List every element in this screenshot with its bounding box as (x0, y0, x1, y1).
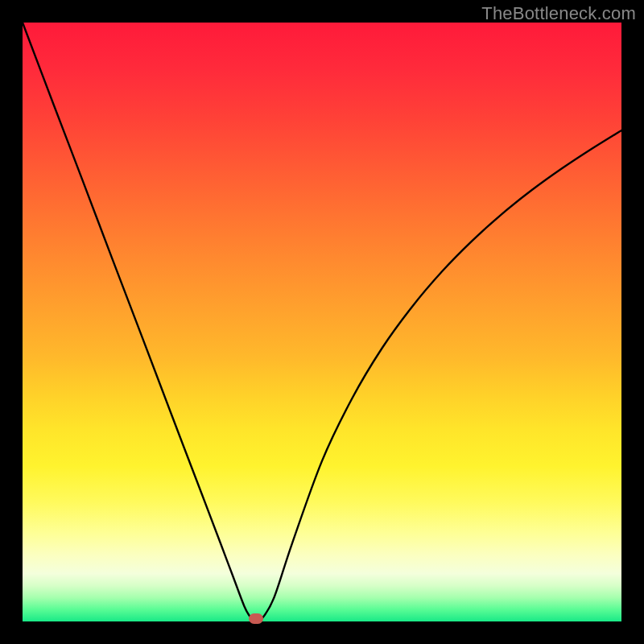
plot-area (23, 23, 621, 621)
chart-frame: TheBottleneck.com (0, 0, 644, 644)
optimal-marker (249, 613, 263, 624)
bottleneck-curve (23, 23, 621, 621)
watermark-text: TheBottleneck.com (481, 3, 636, 24)
